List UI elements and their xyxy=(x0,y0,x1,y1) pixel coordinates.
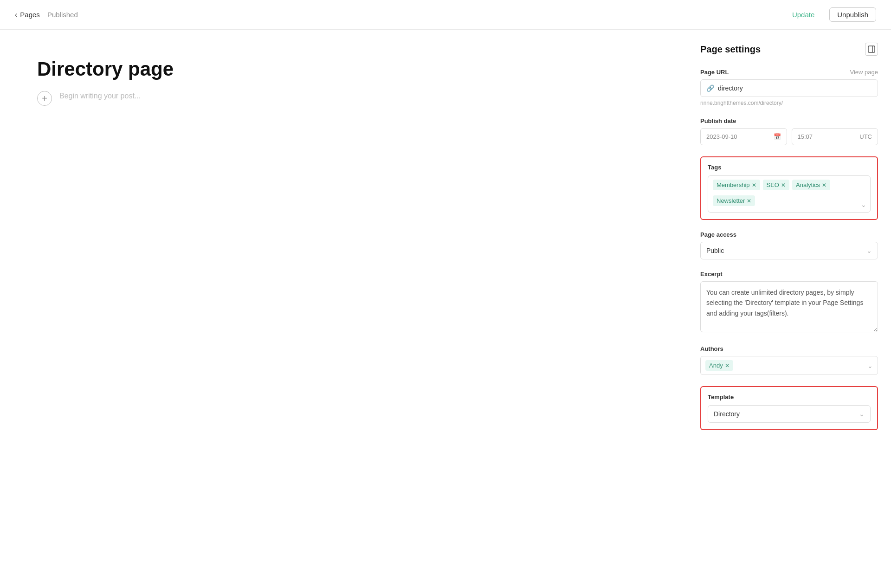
authors-input-area[interactable]: Andy ✕ ⌄ xyxy=(700,356,878,375)
tag-analytics-remove[interactable]: ✕ xyxy=(822,182,826,188)
update-button[interactable]: Update xyxy=(787,8,820,21)
authors-section: Authors Andy ✕ ⌄ xyxy=(700,345,878,375)
topbar-right: Update Unpublish xyxy=(787,7,876,22)
page-url-input[interactable] xyxy=(718,84,872,92)
main-layout: Directory page + Begin writing your post… xyxy=(0,30,891,588)
add-block-button[interactable]: + xyxy=(37,91,52,106)
page-url-label: Page URL xyxy=(700,69,729,76)
time-unit: UTC xyxy=(859,133,872,140)
tag-chip-membership: Membership ✕ xyxy=(713,180,760,190)
tag-membership-label: Membership xyxy=(717,181,750,188)
author-andy-label: Andy xyxy=(709,362,723,369)
author-andy-remove[interactable]: ✕ xyxy=(725,362,730,369)
publish-date-section: Publish date 2023-09-10 📅 15:07 UTC xyxy=(700,117,878,145)
publish-date-label: Publish date xyxy=(700,117,878,124)
svg-rect-0 xyxy=(868,46,875,52)
tag-seo-remove[interactable]: ✕ xyxy=(781,182,786,188)
page-url-section: Page URL View page 🔗 rinne.brightthemes.… xyxy=(700,69,878,106)
page-url-input-wrapper: 🔗 xyxy=(700,79,878,97)
page-access-label: Page access xyxy=(700,231,878,238)
tag-chip-seo: SEO ✕ xyxy=(763,180,789,190)
editor-placeholder[interactable]: Begin writing your post... xyxy=(59,90,141,100)
tag-membership-remove[interactable]: ✕ xyxy=(752,182,756,188)
tags-input-area[interactable]: Membership ✕ SEO ✕ Analytics ✕ Newslette… xyxy=(708,175,871,213)
link-icon: 🔗 xyxy=(706,84,714,92)
authors-label: Authors xyxy=(700,345,878,352)
editor-area: Directory page + Begin writing your post… xyxy=(0,30,687,588)
page-access-section: Page access Public ⌄ xyxy=(700,231,878,259)
tag-chip-analytics: Analytics ✕ xyxy=(792,180,830,190)
back-arrow-icon: ‹ xyxy=(15,11,17,19)
template-select[interactable]: Directory ⌄ xyxy=(708,405,871,423)
time-value: 15:07 xyxy=(798,133,813,140)
date-value: 2023-09-10 xyxy=(706,133,737,140)
page-access-arrow-icon: ⌄ xyxy=(866,247,872,254)
tags-label: Tags xyxy=(708,164,871,171)
template-value: Directory xyxy=(714,410,740,418)
time-input[interactable]: 15:07 UTC xyxy=(792,128,878,145)
authors-dropdown-arrow: ⌄ xyxy=(867,362,873,369)
view-page-link[interactable]: View page xyxy=(850,69,878,76)
unpublish-button[interactable]: Unpublish xyxy=(829,7,876,22)
date-time-row: 2023-09-10 📅 15:07 UTC xyxy=(700,128,878,145)
author-chip-andy: Andy ✕ xyxy=(705,360,733,371)
calendar-icon: 📅 xyxy=(774,133,781,140)
panel-icon xyxy=(868,45,875,53)
published-status: Published xyxy=(47,11,78,19)
tags-dropdown-arrow: ⌄ xyxy=(861,201,866,208)
page-settings-sidebar: Page settings Page URL View page 🔗 rinne… xyxy=(687,30,891,588)
template-section: Template Directory ⌄ xyxy=(700,386,878,430)
tag-chip-newsletter: Newsletter ✕ xyxy=(713,195,755,206)
sidebar-toggle-button[interactable] xyxy=(865,43,878,56)
sidebar-title: Page settings xyxy=(700,44,761,55)
topbar-left: ‹ Pages Published xyxy=(15,11,78,19)
template-label: Template xyxy=(708,394,871,401)
tags-section: Tags Membership ✕ SEO ✕ Analytics ✕ News… xyxy=(700,156,878,220)
date-input[interactable]: 2023-09-10 📅 xyxy=(700,128,787,145)
excerpt-textarea[interactable]: You can create unlimited directory pages… xyxy=(700,281,878,332)
template-arrow-icon: ⌄ xyxy=(859,410,865,418)
tag-analytics-label: Analytics xyxy=(796,181,820,188)
excerpt-label: Excerpt xyxy=(700,271,878,278)
pages-label: Pages xyxy=(20,11,40,19)
topbar: ‹ Pages Published Update Unpublish xyxy=(0,0,891,30)
excerpt-section: Excerpt You can create unlimited directo… xyxy=(700,271,878,334)
page-access-value: Public xyxy=(706,247,724,254)
back-to-pages-link[interactable]: ‹ Pages xyxy=(15,11,40,19)
tag-newsletter-remove[interactable]: ✕ xyxy=(747,198,751,204)
editor-body-area: + Begin writing your post... xyxy=(37,90,650,106)
page-access-select[interactable]: Public ⌄ xyxy=(700,242,878,259)
url-hint: rinne.brightthemes.com/directory/ xyxy=(700,100,878,106)
page-title[interactable]: Directory page xyxy=(37,58,650,81)
tag-seo-label: SEO xyxy=(767,181,779,188)
tag-newsletter-label: Newsletter xyxy=(717,197,745,204)
sidebar-header: Page settings xyxy=(700,43,878,56)
